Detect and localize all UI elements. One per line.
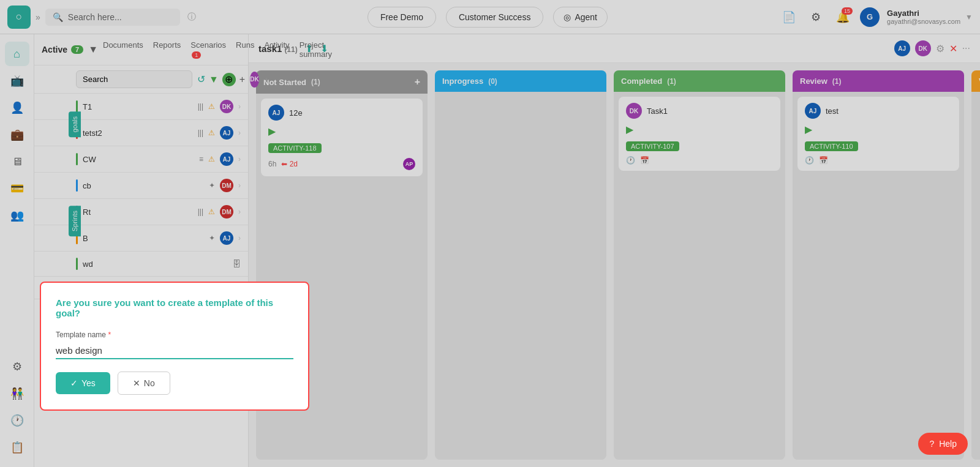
- confirm-yes-button[interactable]: ✓ Yes: [56, 372, 110, 394]
- checkmark-icon: ✓: [70, 378, 78, 388]
- close-icon: ✕: [133, 378, 140, 388]
- confirm-no-button[interactable]: ✕ No: [118, 372, 170, 395]
- dialog-title: Are you sure you want to create a templa…: [56, 297, 293, 318]
- dialog-label: Template name *: [56, 331, 293, 339]
- template-name-input[interactable]: [56, 343, 293, 359]
- dialog-actions: ✓ Yes ✕ No: [56, 372, 293, 395]
- help-button[interactable]: ? Help: [918, 433, 968, 455]
- help-circle-icon: ?: [929, 439, 934, 449]
- template-dialog: Are you sure you want to create a templa…: [40, 282, 309, 411]
- required-indicator: *: [108, 331, 111, 339]
